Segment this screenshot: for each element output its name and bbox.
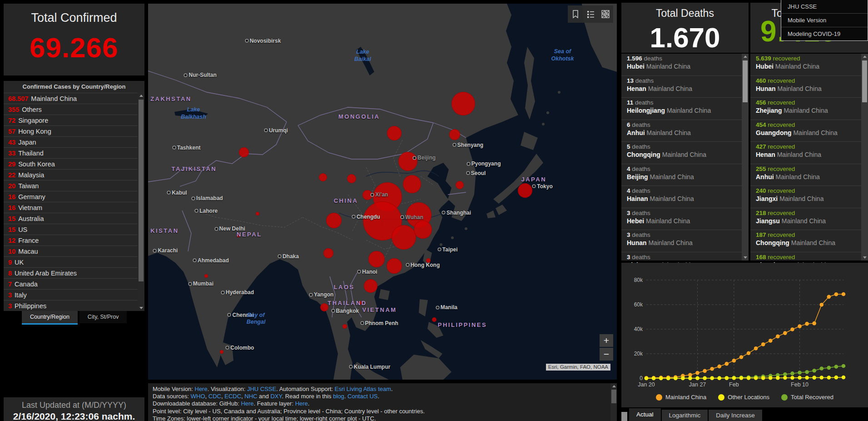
confirmed-row[interactable]: 33Thailand xyxy=(4,147,144,158)
confirmed-row[interactable]: 68.507Mainland China xyxy=(4,93,144,104)
confirmed-scrollbar[interactable] xyxy=(138,93,144,311)
case-circle[interactable] xyxy=(449,129,460,140)
scrollbar-thumb[interactable] xyxy=(743,60,748,102)
scroll-up-icon[interactable] xyxy=(610,383,617,389)
chart-tab-actual[interactable]: Actual xyxy=(629,408,661,421)
info-link[interactable]: CDC xyxy=(208,393,221,400)
list-item[interactable]: 5 deaths Chongqing Mainland China xyxy=(621,142,749,164)
scrollbar-thumb[interactable] xyxy=(862,60,867,102)
chart-tab-logarithmic[interactable]: Logarithmic xyxy=(662,410,708,421)
legend-item[interactable]: Other Locations xyxy=(718,394,769,401)
info-link[interactable]: Esri Living Atlas team xyxy=(335,386,391,392)
confirmed-row[interactable]: 15Australia xyxy=(4,213,144,224)
case-circle[interactable] xyxy=(387,258,402,274)
bookmark-icon[interactable] xyxy=(570,8,581,20)
list-item[interactable]: 3 deaths Hunan Mainland China xyxy=(621,230,749,252)
list-item[interactable]: 1.596 deaths Hubei Mainland China xyxy=(621,54,749,76)
confirmed-row[interactable]: 3Italy xyxy=(4,289,144,300)
menu-item[interactable]: Modeling COVID-19 xyxy=(781,27,868,40)
basemap-icon[interactable] xyxy=(600,8,611,20)
case-circle[interactable] xyxy=(362,190,372,200)
case-circle[interactable] xyxy=(368,251,385,267)
recovered-scrollbar[interactable] xyxy=(861,54,868,261)
tab-strip-handle[interactable] xyxy=(621,412,627,421)
case-circle[interactable] xyxy=(398,152,417,171)
case-circle[interactable] xyxy=(326,213,342,228)
confirmed-row[interactable]: 3Philippines xyxy=(4,300,144,311)
list-item[interactable]: 460 recovered Hunan Mainland China xyxy=(750,76,868,98)
confirmed-row[interactable]: 43Japan xyxy=(4,136,144,147)
case-circle[interactable] xyxy=(319,173,327,181)
list-item[interactable]: 4 deaths Hainan Mainland China xyxy=(621,186,749,208)
list-item[interactable]: 218 recovered Jiangsu Mainland China xyxy=(750,208,868,231)
case-circle[interactable] xyxy=(451,92,475,115)
info-scrollbar[interactable] xyxy=(610,383,617,421)
case-circle[interactable] xyxy=(518,183,532,198)
scroll-up-icon[interactable] xyxy=(138,93,144,99)
tab-country-region[interactable]: Country/Region xyxy=(22,311,78,325)
scroll-down-icon[interactable] xyxy=(742,255,749,261)
scroll-down-icon[interactable] xyxy=(861,255,868,261)
scrollbar-thumb[interactable] xyxy=(139,100,144,281)
scroll-up-icon[interactable] xyxy=(861,54,868,60)
legend-item[interactable]: Mainland China xyxy=(656,394,706,401)
list-item[interactable]: 3 deaths Hebei Mainland China xyxy=(621,208,749,231)
confirmed-row[interactable]: 8United Arab Emirates xyxy=(4,267,144,278)
scroll-up-icon[interactable] xyxy=(742,54,749,60)
confirmed-row[interactable]: 355Others xyxy=(4,104,144,115)
case-circle[interactable] xyxy=(403,175,421,193)
case-circle[interactable] xyxy=(414,221,432,239)
info-link[interactable]: Here xyxy=(195,386,208,392)
confirmed-row[interactable]: 22Malaysia xyxy=(4,169,144,180)
list-item[interactable]: 255 recovered Anhui Mainland China xyxy=(750,164,868,186)
info-link[interactable]: ECDC xyxy=(224,393,241,400)
list-item[interactable]: 187 recovered Chongqing Mainland China xyxy=(750,230,868,252)
list-item[interactable]: 11 deaths Heilongjiang Mainland China xyxy=(621,98,749,120)
trend-chart[interactable]: 020k40k60k80kJan 20Jan 27FebFeb 10 xyxy=(621,263,868,394)
confirmed-row[interactable]: 10Macau xyxy=(4,246,144,256)
confirmed-row[interactable]: 16Germany xyxy=(4,191,144,202)
confirmed-row[interactable]: 9UK xyxy=(4,256,144,267)
info-link[interactable]: NHC xyxy=(244,393,257,400)
map[interactable]: NovosibirskNur-SultanTashkentUrumqiKabul… xyxy=(148,4,617,380)
case-circle[interactable] xyxy=(239,147,249,157)
info-link[interactable]: blog xyxy=(333,393,344,400)
menu-item[interactable]: Mobile Version xyxy=(781,14,868,27)
list-item[interactable]: 456 recovered Zhejiang Mainland China xyxy=(750,98,868,120)
tab-city-stprov[interactable]: City, St/Prov xyxy=(79,311,127,323)
zoom-out-button[interactable]: − xyxy=(600,348,613,361)
chart-tab-daily-increase[interactable]: Daily Increase xyxy=(709,410,762,421)
info-link[interactable]: Here xyxy=(295,400,308,407)
scrollbar-thumb[interactable] xyxy=(611,390,616,403)
case-circle[interactable] xyxy=(204,274,208,278)
list-item[interactable]: 13 deaths Henan Mainland China xyxy=(621,76,749,98)
confirmed-row[interactable]: 12France xyxy=(4,235,144,246)
confirmed-row[interactable]: 72Singapore xyxy=(4,115,144,125)
confirmed-row[interactable]: 20Taiwan xyxy=(4,180,144,191)
info-link[interactable]: DXY xyxy=(270,393,282,400)
info-link[interactable]: Contact US xyxy=(347,393,377,400)
list-item[interactable]: 240 recovered Jiangxi Mainland China xyxy=(750,186,868,208)
info-link[interactable]: JHU CSSE xyxy=(247,386,276,392)
case-circle[interactable] xyxy=(220,350,223,354)
info-link[interactable]: WHO xyxy=(191,393,205,400)
case-circle[interactable] xyxy=(347,174,356,183)
case-circle[interactable] xyxy=(432,317,436,322)
confirmed-row[interactable]: 16Vietnam xyxy=(4,202,144,213)
scroll-down-icon[interactable] xyxy=(138,305,144,311)
confirmed-row[interactable]: 57Hong Kong xyxy=(4,125,144,136)
deaths-scrollbar[interactable] xyxy=(742,54,749,261)
legend-icon[interactable] xyxy=(585,8,596,20)
menu-item[interactable]: JHU CSSE xyxy=(781,0,868,14)
case-circle[interactable] xyxy=(426,258,431,263)
confirmed-row[interactable]: 29South Korea xyxy=(4,158,144,169)
list-item[interactable]: 6 deaths Anhui Mainland China xyxy=(621,120,749,142)
list-item[interactable]: 427 recovered Henan Mainland China xyxy=(750,142,868,164)
confirmed-row[interactable]: 15US xyxy=(4,224,144,235)
list-item[interactable]: 5.639 recovered Hubei Mainland China xyxy=(750,54,868,76)
zoom-in-button[interactable]: + xyxy=(600,334,613,347)
legend-item[interactable]: Total Recovered xyxy=(781,394,833,401)
list-item[interactable]: 454 recovered Guangdong Mainland China xyxy=(750,120,868,142)
confirmed-row[interactable]: 7Canada xyxy=(4,278,144,289)
list-item[interactable]: 4 deaths Beijing Mainland China xyxy=(621,164,749,186)
